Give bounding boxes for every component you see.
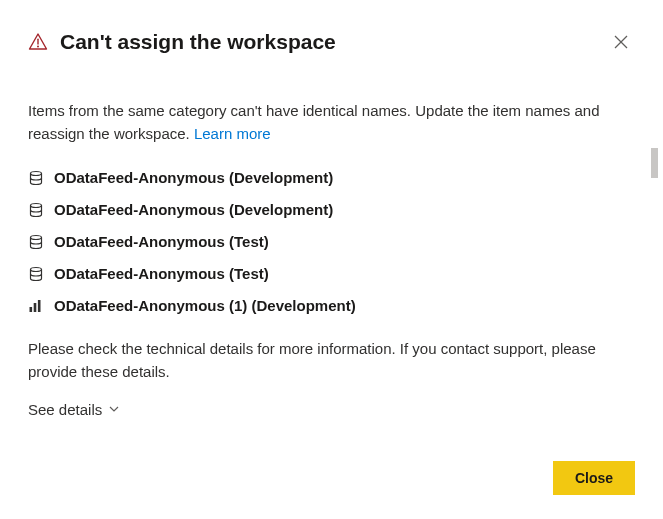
list-item: ODataFeed-Anonymous (Test) (28, 265, 635, 282)
list-item: ODataFeed-Anonymous (Test) (28, 233, 635, 250)
conflict-item-list: ODataFeed-Anonymous (Development)ODataFe… (28, 169, 635, 314)
list-item: ODataFeed-Anonymous (Development) (28, 169, 635, 186)
item-label: ODataFeed-Anonymous (Test) (54, 233, 269, 250)
item-label: ODataFeed-Anonymous (Development) (54, 201, 333, 218)
dialog-content: Items from the same category can't have … (28, 100, 663, 419)
item-label: ODataFeed-Anonymous (1) (Development) (54, 297, 356, 314)
see-details-toggle[interactable]: See details (28, 401, 120, 418)
dialog-header: Can't assign the workspace (28, 28, 663, 56)
item-label: ODataFeed-Anonymous (Development) (54, 169, 333, 186)
dialog-title: Can't assign the workspace (60, 30, 336, 54)
chevron-down-icon (108, 401, 120, 418)
svg-point-6 (31, 235, 42, 239)
dataset-icon (28, 202, 44, 218)
svg-point-4 (31, 171, 42, 175)
see-details-label: See details (28, 401, 102, 418)
close-icon[interactable] (607, 28, 635, 56)
report-icon (28, 298, 44, 314)
info-text: Items from the same category can't have … (28, 100, 635, 145)
svg-point-1 (37, 46, 39, 48)
close-button[interactable]: Close (553, 461, 635, 495)
svg-rect-9 (34, 303, 37, 312)
svg-rect-8 (30, 307, 33, 312)
dataset-icon (28, 234, 44, 250)
dialog-footer: Close (553, 461, 635, 495)
title-wrap: Can't assign the workspace (28, 30, 336, 54)
technical-info: Please check the technical details for m… (28, 338, 635, 383)
svg-point-7 (31, 267, 42, 271)
warning-icon (28, 32, 48, 52)
dataset-icon (28, 170, 44, 186)
learn-more-link[interactable]: Learn more (194, 125, 271, 142)
dataset-icon (28, 266, 44, 282)
scrollbar[interactable] (651, 148, 658, 178)
list-item: ODataFeed-Anonymous (Development) (28, 201, 635, 218)
item-label: ODataFeed-Anonymous (Test) (54, 265, 269, 282)
list-item: ODataFeed-Anonymous (1) (Development) (28, 297, 635, 314)
svg-point-5 (31, 203, 42, 207)
info-message: Items from the same category can't have … (28, 102, 600, 142)
svg-rect-10 (38, 300, 41, 312)
